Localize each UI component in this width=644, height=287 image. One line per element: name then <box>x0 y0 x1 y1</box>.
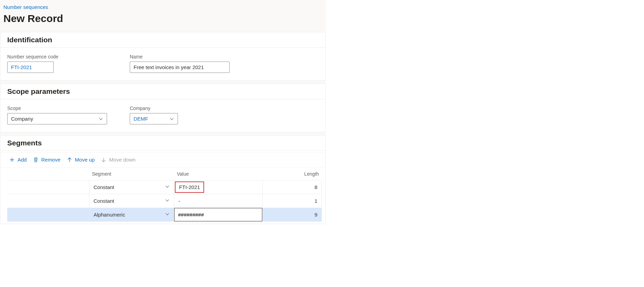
page-title: New Record <box>3 13 322 24</box>
breadcrumb-number-sequences[interactable]: Number sequences <box>3 3 48 11</box>
row-marker-cell[interactable] <box>7 208 89 222</box>
label-name: Name <box>130 54 254 59</box>
length-cell[interactable]: 1 <box>263 194 322 208</box>
select-scope[interactable]: Company <box>7 113 107 124</box>
table-row[interactable]: Constant-1 <box>7 194 322 208</box>
panel-scope-parameters: Scope parameters Scope Company Company D… <box>0 84 326 132</box>
panel-header-scope[interactable]: Scope parameters <box>0 84 325 99</box>
value-cell[interactable]: - <box>174 194 263 208</box>
col-header-length[interactable]: Length <box>263 168 322 180</box>
select-company-value: DEMF <box>134 116 148 122</box>
select-company[interactable]: DEMF <box>130 113 178 124</box>
value-input[interactable] <box>174 208 262 221</box>
remove-button-label: Remove <box>41 157 61 163</box>
add-button-label: Add <box>18 157 27 163</box>
chevron-down-icon <box>165 198 170 204</box>
segment-cell[interactable]: Alphanumeric <box>89 208 174 222</box>
add-button[interactable]: Add <box>9 157 27 163</box>
value-cell[interactable]: FTI-2021 <box>174 180 263 194</box>
move-up-button-label: Move up <box>75 157 95 163</box>
label-company: Company <box>130 106 199 111</box>
chevron-down-icon <box>169 117 174 121</box>
length-cell[interactable]: 9 <box>263 208 322 222</box>
move-down-button-label: Move down <box>109 157 136 163</box>
row-marker-cell[interactable] <box>7 180 89 194</box>
chevron-down-icon <box>165 212 170 218</box>
chevron-down-icon <box>98 117 103 121</box>
length-value: 8 <box>315 184 317 190</box>
move-down-button: Move down <box>101 157 136 163</box>
select-scope-value: Company <box>11 116 33 122</box>
length-cell[interactable]: 8 <box>263 180 322 194</box>
value-cell[interactable] <box>174 208 263 222</box>
segment-cell[interactable]: Constant <box>89 194 174 208</box>
chevron-down-icon <box>165 184 170 190</box>
table-row[interactable]: ConstantFTI-20218 <box>7 180 322 194</box>
segment-cell[interactable]: Constant <box>89 180 174 194</box>
length-value: 1 <box>315 198 317 204</box>
move-up-button[interactable]: Move up <box>67 157 95 163</box>
row-marker-cell[interactable] <box>7 194 89 208</box>
segment-value: Alphanumeric <box>94 212 125 218</box>
panel-header-identification[interactable]: Identification <box>0 32 325 48</box>
remove-button[interactable]: Remove <box>33 157 61 163</box>
panel-segments: Segments Add Remove Move up Move down <box>0 135 326 224</box>
panel-header-segments[interactable]: Segments <box>0 135 325 151</box>
label-number-sequence-code: Number sequence code <box>7 54 110 59</box>
label-scope: Scope <box>7 106 110 111</box>
table-row[interactable]: Alphanumeric9 <box>7 208 322 222</box>
segment-value: Constant <box>94 184 114 190</box>
segments-grid: Segment Value Length ConstantFTI-20218Co… <box>7 168 322 222</box>
col-header-segment[interactable]: Segment <box>89 168 174 180</box>
value-text: FTI-2021 <box>175 181 204 193</box>
input-name[interactable] <box>130 62 230 73</box>
panel-identification: Identification Number sequence code Name <box>0 32 326 81</box>
col-header-value[interactable]: Value <box>174 168 263 180</box>
col-header-marker <box>7 168 89 180</box>
length-value: 9 <box>315 212 317 218</box>
value-text: - <box>174 195 262 207</box>
segment-value: Constant <box>94 198 114 204</box>
input-number-sequence-code[interactable] <box>7 62 54 73</box>
